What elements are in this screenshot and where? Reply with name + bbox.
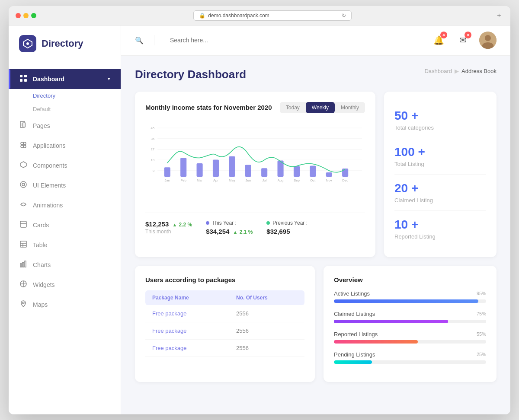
charts-label: Charts <box>33 261 51 268</box>
sidebar-item-pages[interactable]: Pages <box>9 116 121 136</box>
this-year-stat: This Year : $34,254 ▲ 2.1 % <box>206 220 253 235</box>
pending-listings-label: Pending Listings <box>334 351 375 358</box>
svg-rect-53 <box>310 165 316 176</box>
animations-icon <box>19 200 28 210</box>
svg-rect-20 <box>20 241 26 247</box>
claimed-listings-pct: 75% <box>477 311 486 316</box>
minimize-dot[interactable] <box>23 13 29 18</box>
chart-svg-container: 45 36 27 18 9 <box>145 122 365 213</box>
pending-listings-bar-bg <box>334 360 486 364</box>
stat-label-reported: Reported Listing <box>394 233 486 240</box>
prev-year-stat: Previous Year : $32,695 <box>266 220 308 235</box>
svg-rect-49 <box>245 165 251 177</box>
page-header: Directory Dashboard Dashboard ▶ Address … <box>135 68 497 81</box>
stat-number-reported: 10 + <box>394 218 486 232</box>
svg-rect-52 <box>294 166 300 177</box>
claimed-listings-label: Claimed Listings <box>334 311 375 317</box>
svg-rect-46 <box>197 163 203 176</box>
svg-text:Jun: Jun <box>246 178 251 182</box>
col-package-name: Package Name <box>145 290 229 305</box>
chart-footer: $12,253 ▲ 2.2 % This month This Year : <box>145 213 365 235</box>
svg-text:Jul: Jul <box>262 178 266 182</box>
header-actions: 🔔 4 ✉ 0 <box>431 32 497 49</box>
browser-dots <box>16 13 36 18</box>
svg-rect-45 <box>180 158 186 177</box>
active-listings-label: Active Listings <box>334 290 370 297</box>
charts-icon <box>19 260 28 270</box>
package-name-1: Free package <box>145 305 229 322</box>
toggle-today[interactable]: Today <box>280 102 306 113</box>
sidebar-item-dashboard[interactable]: Dashboard ▾ <box>9 69 121 89</box>
components-icon <box>19 161 28 170</box>
sidebar-item-cards[interactable]: Cards <box>9 215 121 235</box>
messages-badge: 0 <box>465 32 471 38</box>
animations-label: Animations <box>33 202 63 209</box>
toggle-monthly[interactable]: Monthly <box>335 102 365 113</box>
page-content: Directory Dashboard Dashboard ▶ Address … <box>121 56 510 414</box>
maps-label: Maps <box>33 301 48 308</box>
this-year-value: $34,254 <box>206 228 229 235</box>
close-dot[interactable] <box>16 13 21 18</box>
svg-rect-18 <box>20 221 26 227</box>
sidebar-item-widgets[interactable]: Widgets <box>9 275 121 295</box>
package-users-3: 2556 <box>229 339 304 356</box>
notifications-button[interactable]: 🔔 4 <box>431 32 446 48</box>
reported-listings-bar <box>334 340 418 344</box>
dashboard-icon <box>19 74 28 84</box>
url-bar[interactable]: 🔒 demo.dashboardpack.com ↻ <box>193 10 351 21</box>
sidebar-item-applications[interactable]: Applications <box>9 136 121 156</box>
bar-chart-svg: 45 36 27 18 9 <box>145 122 365 183</box>
lock-icon: 🔒 <box>199 13 205 19</box>
sidebar-item-ui-elements[interactable]: UI Elements <box>9 175 121 195</box>
browser-titlebar: 🔒 demo.dashboardpack.com ↻ + <box>9 6 510 25</box>
user-avatar[interactable] <box>479 32 497 49</box>
this-year-change: 2.1 % <box>240 229 253 235</box>
active-indicator <box>9 69 10 89</box>
package-name-2: Free package <box>145 322 229 339</box>
packages-table: Package Name No. Of Users Free package 2… <box>145 290 304 357</box>
widgets-label: Widgets <box>33 281 55 288</box>
stat-item-reported-listing: 10 + Reported Listing <box>394 211 486 247</box>
maximize-dot[interactable] <box>31 13 36 18</box>
svg-text:36: 36 <box>151 137 155 140</box>
col-num-users: No. Of Users <box>229 290 304 305</box>
search-input[interactable] <box>165 33 338 47</box>
search-icon: 🔍 <box>135 36 144 45</box>
this-year-dot <box>206 221 209 225</box>
pages-icon <box>19 121 28 130</box>
overview-title: Overview <box>334 276 486 283</box>
prev-year-dot <box>266 221 270 225</box>
svg-text:Aug: Aug <box>278 178 284 182</box>
stat-number-claimed: 20 + <box>394 181 486 195</box>
sidebar-item-charts[interactable]: Charts <box>9 255 121 275</box>
toggle-weekly[interactable]: Weekly <box>306 102 335 113</box>
stat-label-categories: Total categories <box>394 124 486 131</box>
stats-card: 50 + Total categories 100 + Total Listin… <box>384 92 497 257</box>
reload-icon[interactable]: ↻ <box>342 13 346 19</box>
messages-button[interactable]: ✉ 0 <box>455 32 471 48</box>
claimed-listings-bar <box>334 320 448 323</box>
overview-item-pending: Pending Listings 25% <box>334 351 486 364</box>
overview-card: Overview Active Listings 95% <box>324 266 497 382</box>
svg-point-17 <box>22 183 25 186</box>
sidebar-item-components[interactable]: Components <box>9 156 121 175</box>
sidebar-item-maps[interactable]: Maps <box>9 295 121 315</box>
sidebar-item-directory[interactable]: Directory <box>9 89 121 102</box>
maps-icon <box>19 300 28 309</box>
stat-number-total-listing: 100 + <box>394 145 486 159</box>
stat-item-claimed-listing: 20 + Claimed Listing <box>394 175 486 211</box>
table-icon <box>19 240 28 250</box>
dashboard-label: Dashboard <box>33 76 64 83</box>
overview-item-reported: Reported Listings 55% <box>334 331 486 344</box>
table-row: Free package 2556 <box>145 339 304 356</box>
dashboard-top-row: Monthly Income stats for November 2020 T… <box>135 92 497 257</box>
sidebar-item-table[interactable]: Table <box>9 235 121 255</box>
overview-item-claimed: Claimed Listings 75% <box>334 311 486 323</box>
svg-rect-48 <box>229 156 235 176</box>
svg-text:Mar: Mar <box>197 178 203 182</box>
sidebar-item-default[interactable]: Default <box>9 102 121 116</box>
active-listings-bar-bg <box>334 299 486 303</box>
sidebar-item-animations[interactable]: Animations <box>9 195 121 215</box>
new-tab-button[interactable]: + <box>495 11 503 20</box>
this-year-arrow: ▲ <box>233 229 238 235</box>
